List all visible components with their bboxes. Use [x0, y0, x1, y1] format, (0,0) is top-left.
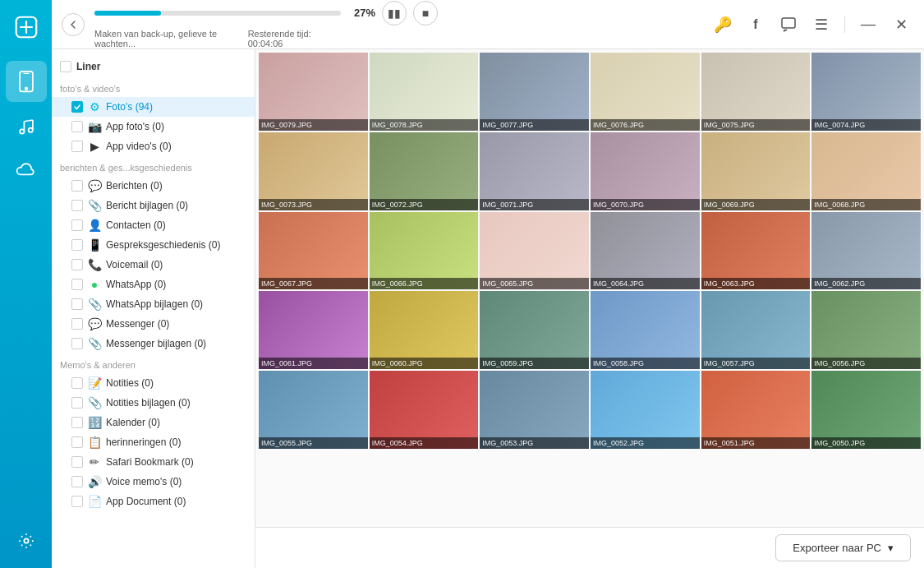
- sidebar-item-device[interactable]: [6, 61, 47, 102]
- tree-item-whatsapp[interactable]: ● WhatsApp (0): [52, 275, 255, 294]
- whatsapp-bijlagen-label: WhatsApp bijlagen (0): [106, 298, 203, 310]
- tree-item-notities-bijlagen[interactable]: 📎 Notities bijlagen (0): [52, 393, 255, 413]
- tree-item-voice-memo[interactable]: 🔊 Voice memo's (0): [52, 472, 255, 492]
- photo-cell[interactable]: IMG_0074.JPG: [811, 53, 921, 131]
- photo-cell[interactable]: IMG_0057.JPG: [701, 291, 811, 369]
- photo-cell[interactable]: IMG_0055.JPG: [259, 371, 368, 449]
- export-label: Exporteer naar PC: [793, 542, 881, 554]
- safari-label: Safari Bookmark (0): [106, 456, 194, 468]
- photo-cell[interactable]: IMG_0063.JPG: [701, 212, 811, 290]
- tree-item-messenger-bijlagen[interactable]: 📎 Messenger bijlagen (0): [52, 334, 255, 353]
- photo-cell[interactable]: IMG_0051.JPG: [701, 371, 811, 449]
- app-videos-label: App video's (0): [106, 141, 172, 152]
- safari-icon: ✏: [88, 455, 101, 469]
- section-label-memos: Memo's & anderen: [52, 353, 255, 373]
- photo-label: IMG_0062.JPG: [811, 278, 921, 289]
- tree-item-messenger[interactable]: 💬 Messenger (0): [52, 314, 255, 334]
- tree-item-app-document[interactable]: 📄 App Document (0): [52, 492, 255, 511]
- progress-status: Maken van back-up, gelieve te wachten...: [94, 29, 248, 48]
- whatsapp-icon: ●: [88, 278, 101, 291]
- content-area: Liner foto's & video's ⚙ Foto's (94) 📷 A…: [52, 49, 924, 568]
- tree-item-berichten[interactable]: 💬 Berichten (0): [52, 176, 255, 196]
- tree-item-notities[interactable]: 📝 Notities (0): [52, 373, 255, 393]
- tree-item-contacten[interactable]: 👤 Contacten (0): [52, 215, 255, 235]
- app-fotos-checkbox[interactable]: [71, 121, 83, 132]
- tree-item-whatsapp-bijlagen[interactable]: 📎 WhatsApp bijlagen (0): [52, 294, 255, 314]
- sidebar-item-settings[interactable]: [6, 520, 47, 561]
- photo-cell[interactable]: IMG_0073.JPG: [259, 132, 368, 210]
- back-button[interactable]: [62, 13, 85, 36]
- photo-cell[interactable]: IMG_0070.JPG: [591, 132, 700, 210]
- photo-cell[interactable]: IMG_0061.JPG: [259, 291, 368, 369]
- stop-button[interactable]: ■: [413, 1, 438, 25]
- photo-cell[interactable]: IMG_0065.JPG: [480, 212, 589, 290]
- tree-item-app-fotos[interactable]: 📷 App foto's (0): [52, 117, 255, 136]
- fotos-checkbox[interactable]: [71, 101, 83, 113]
- berichten-checkbox[interactable]: [71, 180, 83, 192]
- pause-button[interactable]: ▮▮: [382, 1, 407, 25]
- safari-checkbox[interactable]: [71, 456, 83, 468]
- photo-label: IMG_0054.JPG: [370, 437, 479, 449]
- close-button[interactable]: ✕: [888, 12, 914, 38]
- bericht-bijlagen-checkbox[interactable]: [71, 200, 83, 211]
- gesprek-checkbox[interactable]: [71, 239, 83, 251]
- menu-icon[interactable]: ☰: [808, 12, 834, 38]
- photo-cell[interactable]: IMG_0050.JPG: [811, 371, 921, 449]
- tree-item-fotos[interactable]: ⚙ Foto's (94): [52, 97, 255, 117]
- photo-cell[interactable]: IMG_0078.JPG: [370, 53, 479, 131]
- messenger-label: Messenger (0): [106, 318, 169, 330]
- photo-cell[interactable]: IMG_0071.JPG: [480, 132, 589, 210]
- key-icon[interactable]: 🔑: [710, 12, 736, 38]
- bericht-bijlagen-icon: 📎: [88, 199, 101, 212]
- photo-cell[interactable]: IMG_0052.JPG: [591, 371, 700, 449]
- photo-cell[interactable]: IMG_0067.JPG: [259, 212, 368, 290]
- photo-cell[interactable]: IMG_0066.JPG: [370, 212, 479, 290]
- photo-cell[interactable]: IMG_0059.JPG: [480, 291, 589, 369]
- photo-cell[interactable]: IMG_0060.JPG: [370, 291, 479, 369]
- messenger-bijlagen-checkbox[interactable]: [71, 338, 83, 349]
- photo-cell[interactable]: IMG_0062.JPG: [811, 212, 921, 290]
- whatsapp-checkbox[interactable]: [71, 279, 83, 290]
- minimize-button[interactable]: —: [855, 12, 881, 38]
- photo-label: IMG_0073.JPG: [259, 199, 368, 210]
- photo-cell[interactable]: IMG_0079.JPG: [259, 53, 368, 131]
- photo-cell[interactable]: IMG_0064.JPG: [591, 212, 700, 290]
- whatsapp-bijlagen-checkbox[interactable]: [71, 298, 83, 310]
- photo-cell[interactable]: IMG_0058.JPG: [591, 291, 700, 369]
- voice-memo-checkbox[interactable]: [71, 476, 83, 487]
- photo-cell[interactable]: IMG_0056.JPG: [811, 291, 921, 369]
- photo-cell[interactable]: IMG_0068.JPG: [811, 132, 921, 210]
- device-checkbox[interactable]: [60, 61, 71, 72]
- messenger-checkbox[interactable]: [71, 318, 83, 330]
- chat-icon[interactable]: [775, 12, 802, 38]
- photo-cell[interactable]: IMG_0054.JPG: [370, 371, 479, 449]
- contacten-checkbox[interactable]: [71, 219, 83, 231]
- herinneringen-checkbox[interactable]: [71, 436, 83, 448]
- tree-item-kalender[interactable]: 🔢 Kalender (0): [52, 413, 255, 432]
- kalender-checkbox[interactable]: [71, 417, 83, 428]
- tree-item-herinneringen[interactable]: 📋 herinneringen (0): [52, 432, 255, 452]
- tree-item-voicemail[interactable]: 📞 Voicemail (0): [52, 255, 255, 275]
- photo-cell[interactable]: IMG_0053.JPG: [480, 371, 589, 449]
- sidebar-item-music[interactable]: [6, 105, 47, 146]
- notities-bijlagen-checkbox[interactable]: [71, 397, 83, 409]
- photo-cell[interactable]: IMG_0076.JPG: [591, 53, 700, 131]
- photo-label: IMG_0058.JPG: [591, 358, 700, 369]
- app-videos-checkbox[interactable]: [71, 141, 83, 152]
- tree-item-gesprek[interactable]: 📱 Gespreksgeschiedenis (0): [52, 235, 255, 255]
- photo-cell[interactable]: IMG_0075.JPG: [701, 53, 811, 131]
- voicemail-checkbox[interactable]: [71, 259, 83, 270]
- top-bar: 27% ▮▮ ■ Maken van back-up, gelieve te w…: [52, 0, 924, 49]
- notities-checkbox[interactable]: [71, 377, 83, 389]
- photo-cell[interactable]: IMG_0077.JPG: [480, 53, 589, 131]
- export-button[interactable]: Exporteer naar PC ▾: [775, 534, 911, 561]
- tree-item-safari[interactable]: ✏ Safari Bookmark (0): [52, 452, 255, 472]
- photo-cell[interactable]: IMG_0072.JPG: [370, 132, 479, 210]
- app-document-checkbox[interactable]: [71, 496, 83, 507]
- photo-label: IMG_0063.JPG: [701, 278, 811, 289]
- sidebar-item-cloud[interactable]: [6, 150, 47, 191]
- tree-item-app-videos[interactable]: ▶ App video's (0): [52, 136, 255, 156]
- facebook-icon[interactable]: f: [742, 12, 769, 38]
- photo-cell[interactable]: IMG_0069.JPG: [701, 132, 811, 210]
- tree-item-bericht-bijlagen[interactable]: 📎 Bericht bijlagen (0): [52, 196, 255, 215]
